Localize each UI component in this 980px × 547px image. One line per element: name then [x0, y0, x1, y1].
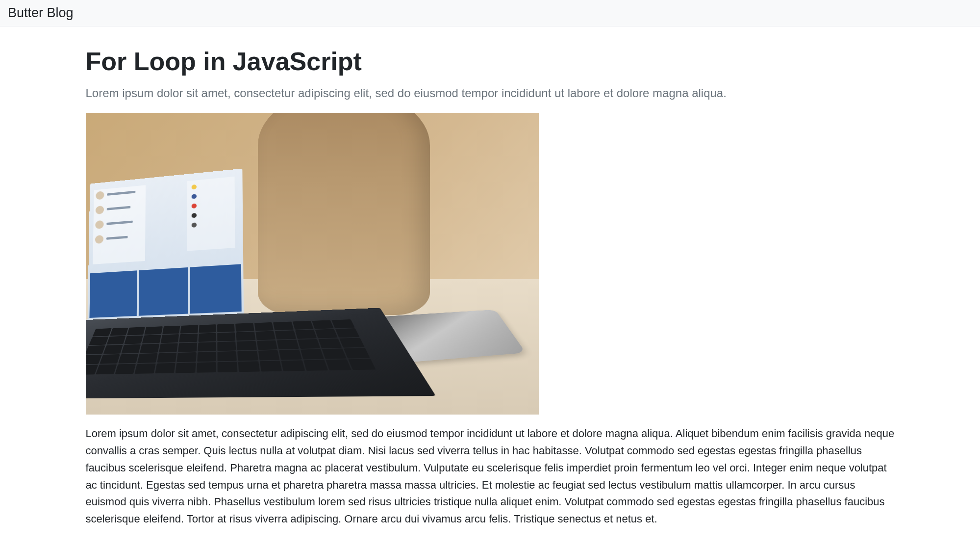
laptop-keyboard: [86, 308, 436, 399]
featured-image: [86, 113, 539, 415]
laptop-screen: [87, 169, 244, 320]
navbar-brand[interactable]: Butter Blog: [8, 5, 74, 20]
navbar: Butter Blog: [0, 0, 980, 26]
laptop: [86, 150, 444, 415]
post-subtitle: Lorem ipsum dolor sit amet, consectetur …: [86, 84, 895, 102]
post-body: Lorem ipsum dolor sit amet, consectetur …: [86, 425, 895, 528]
screen-sidebar: [93, 185, 146, 265]
post-container: For Loop in JavaScript Lorem ipsum dolor…: [37, 26, 944, 540]
screen-main-panel: [187, 177, 235, 251]
screen-cards: [87, 262, 244, 320]
post-title: For Loop in JavaScript: [86, 46, 895, 77]
